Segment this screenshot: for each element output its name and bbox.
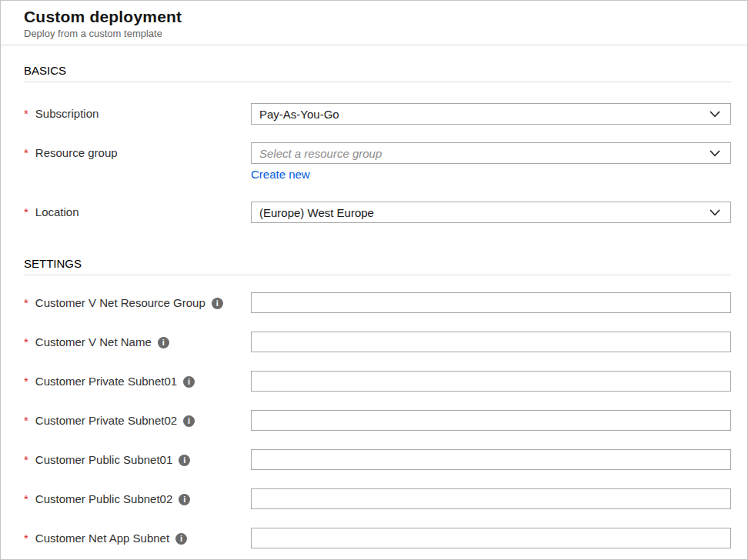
- info-icon[interactable]: i: [175, 533, 187, 545]
- field-row-resource-group: * Resource group Select a resource group…: [24, 142, 731, 182]
- customer-private-subnet01-input[interactable]: [251, 371, 731, 392]
- field-row-customer-public-subnet01: * Customer Public Subnet01 i: [24, 449, 731, 471]
- field-label-text: Resource group: [35, 142, 118, 164]
- location-dropdown[interactable]: (Europe) West Europe: [251, 202, 731, 223]
- field-row-customer-private-subnet01: * Customer Private Subnet01 i: [24, 371, 731, 392]
- field-label-text: Customer Net App Subnet: [35, 528, 169, 549]
- field-label-text: Location: [35, 202, 79, 223]
- field-label-subscription: * Subscription: [24, 103, 251, 125]
- subscription-dropdown[interactable]: Pay-As-You-Go: [251, 103, 731, 125]
- customer-net-app-subnet-input[interactable]: [251, 528, 731, 548]
- field-label-customer-private-subnet02: * Customer Private Subnet02 i: [24, 410, 251, 432]
- field-row-location: * Location (Europe) West Europe: [24, 202, 731, 223]
- info-icon[interactable]: i: [183, 415, 195, 427]
- dropdown-selected-value: (Europe) West Europe: [259, 206, 374, 219]
- required-asterisk: *: [24, 332, 28, 353]
- field-row-customer-vnet-name: * Customer V Net Name i: [24, 332, 731, 353]
- required-asterisk: *: [24, 528, 28, 549]
- section-divider: [24, 82, 731, 82]
- field-row-customer-net-app-subnet: * Customer Net App Subnet i: [24, 528, 731, 549]
- section-basics: BASICS * Subscription Pay-As-You-Go: [24, 64, 731, 223]
- page-subtitle: Deploy from a custom template: [24, 28, 724, 39]
- field-label-resource-group: * Resource group: [24, 142, 251, 164]
- section-settings: SETTINGS * Customer V Net Resource Group…: [24, 257, 731, 549]
- blade-header: Custom deployment Deploy from a custom t…: [1, 1, 747, 45]
- custom-deployment-blade: Custom deployment Deploy from a custom t…: [0, 0, 748, 560]
- field-row-customer-vnet-resource-group: * Customer V Net Resource Group i: [24, 292, 731, 314]
- info-icon[interactable]: i: [183, 376, 195, 388]
- field-label-text: Customer Private Subnet02: [35, 410, 177, 432]
- required-asterisk: *: [24, 103, 28, 125]
- dropdown-selected-value: Pay-As-You-Go: [259, 108, 339, 121]
- required-asterisk: *: [24, 449, 28, 471]
- section-divider: [24, 275, 731, 275]
- customer-vnet-resource-group-input[interactable]: [251, 292, 731, 313]
- field-label-customer-net-app-subnet: * Customer Net App Subnet i: [24, 528, 251, 549]
- customer-vnet-name-input[interactable]: [251, 332, 731, 352]
- create-new-link[interactable]: Create new: [251, 168, 310, 181]
- field-label-customer-private-subnet01: * Customer Private Subnet01 i: [24, 371, 251, 392]
- field-row-customer-private-subnet02: * Customer Private Subnet02 i: [24, 410, 731, 432]
- field-row-customer-public-subnet02: * Customer Public Subnet02 i: [24, 488, 731, 510]
- field-label-location: * Location: [24, 202, 251, 223]
- required-asterisk: *: [24, 488, 28, 510]
- field-label-text: Customer Private Subnet01: [35, 371, 177, 392]
- blade-content: BASICS * Subscription Pay-As-You-Go: [1, 64, 747, 549]
- customer-public-subnet01-input[interactable]: [251, 449, 731, 470]
- field-label-customer-vnet-resource-group: * Customer V Net Resource Group i: [24, 292, 251, 314]
- field-label-text: Subscription: [35, 103, 99, 125]
- field-label-text: Customer V Net Resource Group: [35, 292, 205, 314]
- chevron-down-icon: [710, 150, 720, 157]
- required-asterisk: *: [24, 142, 28, 164]
- chevron-down-icon: [710, 209, 720, 216]
- info-icon[interactable]: i: [158, 337, 169, 348]
- resource-group-dropdown[interactable]: Select a resource group: [251, 142, 731, 164]
- customer-public-subnet02-input[interactable]: [251, 488, 731, 509]
- info-icon[interactable]: i: [179, 455, 190, 466]
- chevron-down-icon: [710, 111, 720, 118]
- field-label-text: Customer Public Subnet01: [35, 449, 172, 471]
- field-label-customer-vnet-name: * Customer V Net Name i: [24, 332, 251, 353]
- field-label-text: Customer V Net Name: [35, 332, 152, 353]
- required-asterisk: *: [24, 371, 28, 392]
- required-asterisk: *: [24, 410, 28, 432]
- required-asterisk: *: [24, 292, 28, 314]
- field-label-customer-public-subnet02: * Customer Public Subnet02 i: [24, 488, 251, 510]
- info-icon[interactable]: i: [212, 298, 223, 309]
- section-title-basics: BASICS: [24, 64, 731, 77]
- info-icon[interactable]: i: [179, 494, 190, 505]
- section-title-settings: SETTINGS: [24, 257, 731, 270]
- field-label-customer-public-subnet01: * Customer Public Subnet01 i: [24, 449, 251, 471]
- field-row-subscription: * Subscription Pay-As-You-Go: [24, 103, 731, 125]
- page-title: Custom deployment: [24, 8, 724, 26]
- dropdown-placeholder-value: Select a resource group: [259, 147, 382, 160]
- field-label-text: Customer Public Subnet02: [35, 488, 172, 510]
- customer-private-subnet02-input[interactable]: [251, 410, 731, 431]
- required-asterisk: *: [24, 202, 28, 223]
